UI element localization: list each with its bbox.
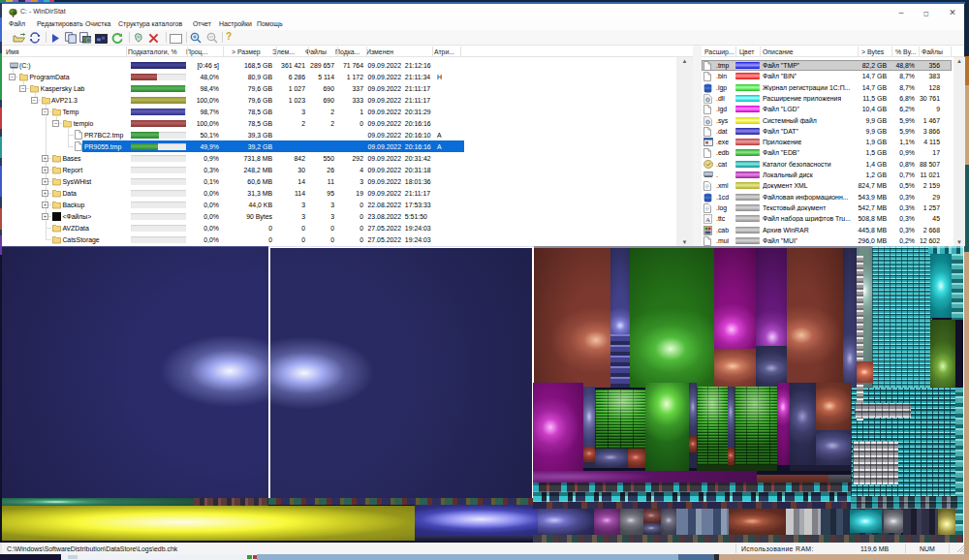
svg-text:A: A <box>705 216 710 224</box>
